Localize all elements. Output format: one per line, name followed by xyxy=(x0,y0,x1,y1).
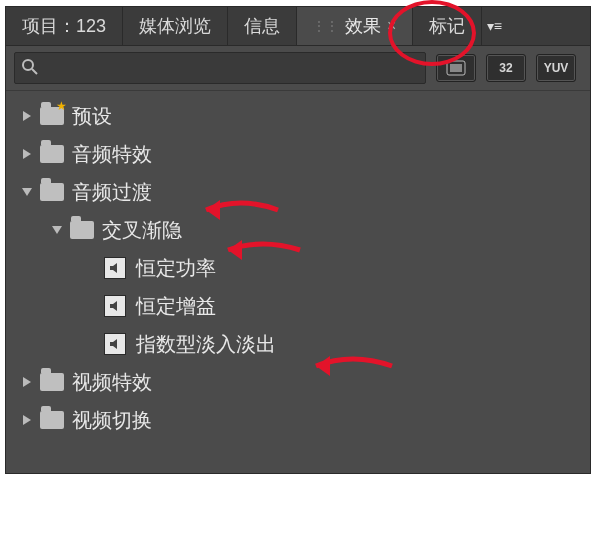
tab-bar: 项目：123 媒体浏览 信息 ⋮⋮ 效果 × 标记 ▾≡ xyxy=(6,7,590,46)
tab-media-browser-label: 媒体浏览 xyxy=(139,14,211,38)
search-icon xyxy=(21,58,39,80)
disclosure-triangle-icon[interactable] xyxy=(16,409,38,431)
folder-icon xyxy=(40,411,64,429)
tab-effects[interactable]: ⋮⋮ 效果 × xyxy=(297,7,413,45)
folder-icon xyxy=(70,221,94,239)
svg-marker-12 xyxy=(23,415,31,425)
tree-item-crossfade[interactable]: 交叉渐隐 xyxy=(10,211,590,249)
tree-item-constant-gain[interactable]: 恒定增益 xyxy=(10,287,590,325)
filter-32bit-icon[interactable]: 32 xyxy=(486,54,526,82)
folder-icon xyxy=(40,145,64,163)
tab-grip-icon: ⋮⋮ xyxy=(313,19,339,33)
tree-label: 视频切换 xyxy=(72,410,152,430)
tree-label: 指数型淡入淡出 xyxy=(136,334,276,354)
tab-markers[interactable]: 标记 xyxy=(413,7,482,45)
tab-project[interactable]: 项目：123 xyxy=(6,7,123,45)
disclosure-triangle-open-icon[interactable] xyxy=(16,181,38,203)
tab-info-label: 信息 xyxy=(244,14,280,38)
svg-line-1 xyxy=(32,69,37,74)
tree-item-constant-power[interactable]: 恒定功率 xyxy=(10,249,590,287)
tree-item-audio-transitions[interactable]: 音频过渡 xyxy=(10,173,590,211)
tree-label: 交叉渐隐 xyxy=(102,220,182,240)
search-input[interactable] xyxy=(43,53,425,83)
effects-tree: 预设 音频特效 音频过渡 交叉渐隐 恒定功率 恒 xyxy=(6,91,590,439)
folder-icon xyxy=(40,373,64,391)
presets-folder-icon xyxy=(40,107,64,125)
search-box[interactable] xyxy=(14,52,426,84)
svg-marker-11 xyxy=(23,377,31,387)
disclosure-triangle-icon[interactable] xyxy=(16,371,38,393)
tree-item-presets[interactable]: 预设 xyxy=(10,97,590,135)
filter-accelerated-icon[interactable] xyxy=(436,54,476,82)
filter-yuv-icon[interactable]: YUV xyxy=(536,54,576,82)
tab-effects-label: 效果 xyxy=(345,14,381,38)
search-row: 32 YUV xyxy=(6,46,590,91)
tree-label: 音频特效 xyxy=(72,144,152,164)
panel-menu-icon[interactable]: ▾≡ xyxy=(482,7,506,45)
tree-label: 音频过渡 xyxy=(72,182,152,202)
tab-project-label: 项目：123 xyxy=(22,14,106,38)
disclosure-triangle-open-icon[interactable] xyxy=(46,219,68,241)
tab-markers-label: 标记 xyxy=(429,14,465,38)
close-icon[interactable]: × xyxy=(387,17,396,35)
tree-label: 恒定增益 xyxy=(136,296,216,316)
audio-effect-icon xyxy=(104,295,126,317)
tree-item-video-effects[interactable]: 视频特效 xyxy=(10,363,590,401)
effects-panel: 项目：123 媒体浏览 信息 ⋮⋮ 效果 × 标记 ▾≡ 32 YUV xyxy=(5,6,591,474)
svg-rect-3 xyxy=(450,64,462,72)
disclosure-triangle-icon[interactable] xyxy=(16,105,38,127)
tree-item-exponential-fade[interactable]: 指数型淡入淡出 xyxy=(10,325,590,363)
svg-marker-4 xyxy=(23,111,31,121)
svg-marker-9 xyxy=(110,301,117,311)
audio-effect-icon xyxy=(104,257,126,279)
tree-item-video-transitions[interactable]: 视频切换 xyxy=(10,401,590,439)
tree-item-audio-effects[interactable]: 音频特效 xyxy=(10,135,590,173)
folder-icon xyxy=(40,183,64,201)
tab-info[interactable]: 信息 xyxy=(228,7,297,45)
audio-effect-icon xyxy=(104,333,126,355)
disclosure-triangle-icon[interactable] xyxy=(16,143,38,165)
svg-marker-10 xyxy=(110,339,117,349)
svg-marker-8 xyxy=(110,263,117,273)
svg-marker-7 xyxy=(52,226,62,234)
tree-label: 恒定功率 xyxy=(136,258,216,278)
tree-label: 视频特效 xyxy=(72,372,152,392)
tree-label: 预设 xyxy=(72,106,112,126)
svg-marker-5 xyxy=(23,149,31,159)
svg-marker-6 xyxy=(22,188,32,196)
svg-point-0 xyxy=(23,60,33,70)
tab-media-browser[interactable]: 媒体浏览 xyxy=(123,7,228,45)
